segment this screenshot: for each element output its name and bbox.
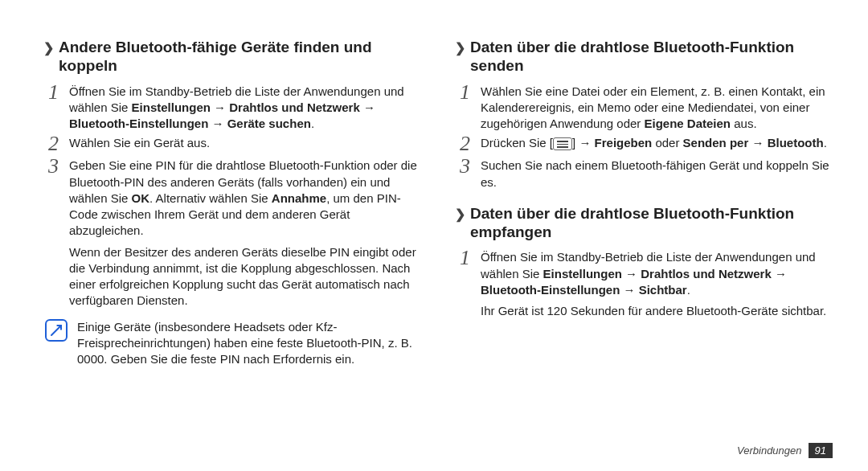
page-footer: Verbindungen 91 <box>737 443 833 458</box>
heading-send: ❯ Daten über die drahtlose Bluetooth-Fun… <box>455 39 833 76</box>
step-body: Suchen Sie nach einem Bluetooth-fähigen … <box>481 158 833 190</box>
heading-text: Daten über die drahtlose Bluetooth-Funkt… <box>470 205 833 242</box>
heading-text: Andere Bluetooth-fähige Geräte finden un… <box>59 39 421 76</box>
footer-page-number: 91 <box>809 443 833 458</box>
step-body: Öffnen Sie im Standby-Betrieb die Liste … <box>481 249 833 298</box>
page: ❯ Andere Bluetooth-fähige Geräte finden … <box>48 39 833 455</box>
step-number: 1 <box>48 82 69 103</box>
steps-pair: 1Öffnen Sie im Standby-Betrieb die Liste… <box>48 84 421 240</box>
step-body: Wählen Sie ein Gerät aus. <box>69 135 421 151</box>
step-body: Geben Sie eine PIN für die drahtlose Blu… <box>69 158 421 239</box>
pair-paragraph: Wenn der Besitzer des anderen Geräts die… <box>69 244 421 309</box>
step: 3Geben Sie eine PIN für die drahtlose Bl… <box>48 158 421 239</box>
chevron-icon: ❯ <box>455 40 465 55</box>
step-number: 3 <box>48 156 69 177</box>
step: 3Suchen Sie nach einem Bluetooth-fähigen… <box>460 158 833 190</box>
step-number: 2 <box>460 133 481 154</box>
heading-text: Daten über die drahtlose Bluetooth-Funkt… <box>470 39 833 76</box>
step: 1Öffnen Sie im Standby-Betrieb die Liste… <box>460 249 833 298</box>
step-body: Öffnen Sie im Standby-Betrieb die Liste … <box>69 84 421 133</box>
note-block: Einige Geräte (insbesondere Headsets ode… <box>48 319 421 368</box>
step: 2Drücken Sie [] → Freigeben oder Senden … <box>460 135 833 154</box>
steps-receive: 1Öffnen Sie im Standby-Betrieb die Liste… <box>460 249 833 298</box>
left-column: ❯ Andere Bluetooth-fähige Geräte finden … <box>48 39 421 455</box>
heading-pair-devices: ❯ Andere Bluetooth-fähige Geräte finden … <box>43 39 421 76</box>
step-number: 2 <box>48 133 69 154</box>
step-number: 1 <box>460 248 481 268</box>
chevron-icon: ❯ <box>43 40 54 55</box>
steps-send: 1Wählen Sie eine Datei oder ein Element,… <box>460 84 833 190</box>
step-body: Drücken Sie [] → Freigeben oder Senden p… <box>481 135 833 151</box>
note-icon <box>45 319 68 342</box>
footer-section-label: Verbindungen <box>737 444 801 457</box>
step: 1Wählen Sie eine Datei oder ein Element,… <box>460 84 833 133</box>
chevron-icon: ❯ <box>455 207 465 222</box>
step-number: 1 <box>460 82 481 103</box>
step-body: Wählen Sie eine Datei oder ein Element, … <box>481 84 833 133</box>
note-text: Einige Geräte (insbesondere Headsets ode… <box>77 319 421 368</box>
receive-paragraph: Ihr Gerät ist 120 Sekunden für andere Bl… <box>481 303 833 319</box>
right-column: ❯ Daten über die drahtlose Bluetooth-Fun… <box>460 39 833 455</box>
step: 2Wählen Sie ein Gerät aus. <box>48 135 421 154</box>
heading-receive: ❯ Daten über die drahtlose Bluetooth-Fun… <box>455 205 833 242</box>
step: 1Öffnen Sie im Standby-Betrieb die Liste… <box>48 84 421 133</box>
step-number: 3 <box>460 156 481 177</box>
menu-button-icon <box>553 137 572 150</box>
